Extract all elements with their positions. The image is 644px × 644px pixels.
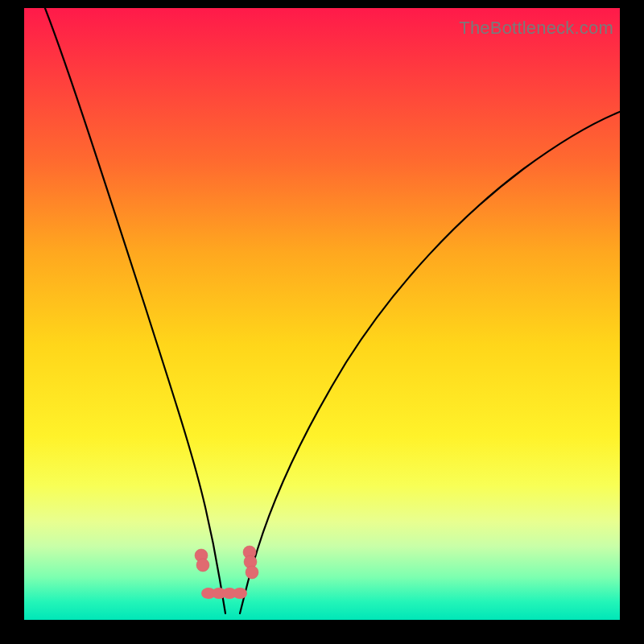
left-curve xyxy=(42,0,225,613)
marker-dot xyxy=(196,559,209,572)
right-curve xyxy=(240,111,621,613)
chart-plot-area: TheBottleneck.com xyxy=(24,8,620,620)
marker-dot xyxy=(233,588,247,599)
marker-dot xyxy=(246,566,258,579)
chart-svg xyxy=(24,8,620,620)
